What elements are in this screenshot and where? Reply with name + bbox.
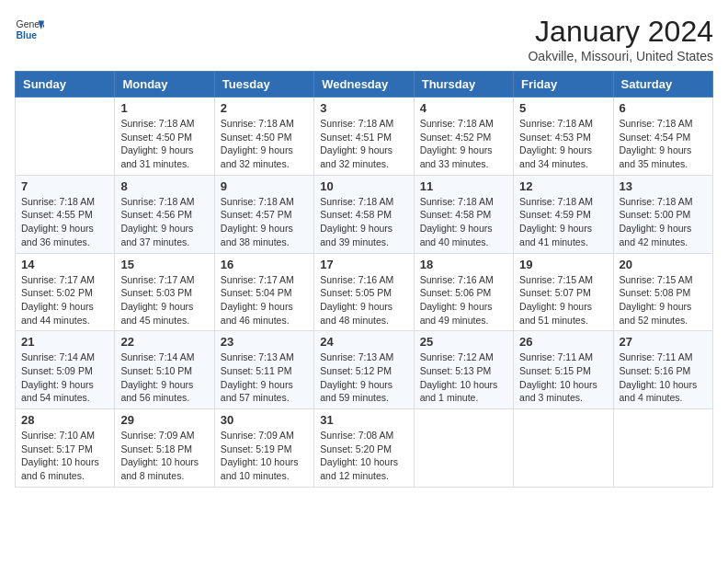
svg-text:Blue: Blue — [17, 30, 38, 40]
calendar-title: January 2024 — [528, 15, 713, 49]
day-number: 6 — [620, 101, 707, 115]
calendar-header-row: Sunday Monday Tuesday Wednesday Thursday… — [16, 72, 713, 98]
day-number: 31 — [320, 413, 407, 427]
week-row-3: 14Sunrise: 7:17 AMSunset: 5:02 PMDayligh… — [16, 253, 713, 331]
calendar-subtitle: Oakville, Missouri, United States — [528, 49, 713, 63]
day-number: 24 — [320, 335, 407, 349]
col-monday: Monday — [115, 72, 214, 98]
day-cell: 19Sunrise: 7:15 AMSunset: 5:07 PMDayligh… — [514, 253, 613, 331]
day-number: 14 — [21, 258, 108, 271]
day-info: Sunrise: 7:18 AMSunset: 4:50 PMDaylight:… — [120, 117, 208, 171]
day-cell: 8Sunrise: 7:18 AMSunset: 4:56 PMDaylight… — [115, 175, 214, 253]
day-number: 16 — [221, 258, 308, 271]
day-info: Sunrise: 7:14 AMSunset: 5:10 PMDaylight:… — [120, 350, 208, 405]
day-cell: 16Sunrise: 7:17 AMSunset: 5:04 PMDayligh… — [214, 253, 313, 331]
day-number: 8 — [120, 179, 208, 193]
day-number: 25 — [420, 335, 507, 349]
week-row-5: 28Sunrise: 7:10 AMSunset: 5:17 PMDayligh… — [16, 409, 713, 488]
day-info: Sunrise: 7:18 AMSunset: 4:59 PMDaylight:… — [519, 195, 607, 249]
day-info: Sunrise: 7:16 AMSunset: 5:06 PMDaylight:… — [420, 273, 507, 327]
col-friday: Friday — [514, 72, 613, 98]
col-tuesday: Tuesday — [214, 72, 313, 98]
day-info: Sunrise: 7:18 AMSunset: 4:58 PMDaylight:… — [420, 195, 507, 249]
day-info: Sunrise: 7:12 AMSunset: 5:13 PMDaylight:… — [420, 350, 507, 405]
day-info: Sunrise: 7:18 AMSunset: 4:58 PMDaylight:… — [320, 195, 407, 249]
day-info: Sunrise: 7:18 AMSunset: 5:00 PMDaylight:… — [620, 195, 707, 249]
day-info: Sunrise: 7:18 AMSunset: 4:53 PMDaylight:… — [519, 117, 607, 171]
day-number: 18 — [420, 258, 507, 271]
week-row-4: 21Sunrise: 7:14 AMSunset: 5:09 PMDayligh… — [16, 331, 713, 409]
day-number: 2 — [221, 101, 308, 115]
day-number: 4 — [420, 101, 507, 115]
day-info: Sunrise: 7:18 AMSunset: 4:56 PMDaylight:… — [120, 195, 208, 249]
day-info: Sunrise: 7:13 AMSunset: 5:12 PMDaylight:… — [320, 350, 407, 405]
day-cell: 1Sunrise: 7:18 AMSunset: 4:50 PMDaylight… — [115, 98, 214, 176]
day-info: Sunrise: 7:11 AMSunset: 5:15 PMDaylight:… — [519, 350, 607, 405]
day-number: 11 — [420, 179, 507, 193]
day-info: Sunrise: 7:14 AMSunset: 5:09 PMDaylight:… — [21, 350, 108, 405]
day-number: 12 — [519, 179, 607, 193]
day-cell: 5Sunrise: 7:18 AMSunset: 4:53 PMDaylight… — [514, 98, 613, 176]
day-cell: 12Sunrise: 7:18 AMSunset: 4:59 PMDayligh… — [514, 175, 613, 253]
day-number: 22 — [120, 335, 208, 349]
day-number: 17 — [320, 258, 407, 271]
day-info: Sunrise: 7:09 AMSunset: 5:19 PMDaylight:… — [221, 429, 308, 483]
col-saturday: Saturday — [613, 72, 712, 98]
day-info: Sunrise: 7:16 AMSunset: 5:05 PMDaylight:… — [320, 273, 407, 327]
day-info: Sunrise: 7:18 AMSunset: 4:51 PMDaylight:… — [320, 117, 407, 171]
day-info: Sunrise: 7:11 AMSunset: 5:16 PMDaylight:… — [620, 350, 707, 405]
day-cell: 22Sunrise: 7:14 AMSunset: 5:10 PMDayligh… — [115, 331, 214, 409]
day-cell — [16, 98, 115, 176]
day-number: 20 — [620, 258, 707, 271]
day-cell — [514, 409, 613, 488]
day-info: Sunrise: 7:09 AMSunset: 5:18 PMDaylight:… — [120, 429, 208, 483]
day-cell: 9Sunrise: 7:18 AMSunset: 4:57 PMDaylight… — [214, 175, 313, 253]
col-sunday: Sunday — [16, 72, 115, 98]
day-cell: 13Sunrise: 7:18 AMSunset: 5:00 PMDayligh… — [613, 175, 712, 253]
day-number: 30 — [221, 413, 308, 427]
day-info: Sunrise: 7:18 AMSunset: 4:54 PMDaylight:… — [620, 117, 707, 171]
day-number: 28 — [21, 413, 108, 427]
day-number: 15 — [120, 258, 208, 271]
day-number: 29 — [120, 413, 208, 427]
day-info: Sunrise: 7:18 AMSunset: 4:52 PMDaylight:… — [420, 117, 507, 171]
day-info: Sunrise: 7:15 AMSunset: 5:07 PMDaylight:… — [519, 273, 607, 327]
day-info: Sunrise: 7:08 AMSunset: 5:20 PMDaylight:… — [320, 429, 407, 483]
day-cell: 17Sunrise: 7:16 AMSunset: 5:05 PMDayligh… — [314, 253, 414, 331]
day-number: 3 — [320, 101, 407, 115]
day-cell: 10Sunrise: 7:18 AMSunset: 4:58 PMDayligh… — [314, 175, 414, 253]
day-cell: 14Sunrise: 7:17 AMSunset: 5:02 PMDayligh… — [16, 253, 115, 331]
day-cell: 20Sunrise: 7:15 AMSunset: 5:08 PMDayligh… — [613, 253, 712, 331]
day-cell — [613, 409, 712, 488]
day-cell: 27Sunrise: 7:11 AMSunset: 5:16 PMDayligh… — [613, 331, 712, 409]
day-cell: 6Sunrise: 7:18 AMSunset: 4:54 PMDaylight… — [613, 98, 712, 176]
day-number: 13 — [620, 179, 707, 193]
logo: General Blue — [15, 15, 44, 44]
day-cell: 24Sunrise: 7:13 AMSunset: 5:12 PMDayligh… — [314, 331, 414, 409]
day-number: 1 — [120, 101, 208, 115]
day-info: Sunrise: 7:17 AMSunset: 5:04 PMDaylight:… — [221, 273, 308, 327]
day-info: Sunrise: 7:17 AMSunset: 5:03 PMDaylight:… — [120, 273, 208, 327]
page-header: General Blue January 2024 Oakville, Miss… — [15, 15, 713, 63]
day-cell: 21Sunrise: 7:14 AMSunset: 5:09 PMDayligh… — [16, 331, 115, 409]
logo-icon: General Blue — [15, 15, 44, 44]
day-number: 27 — [620, 335, 707, 349]
week-row-1: 1Sunrise: 7:18 AMSunset: 4:50 PMDaylight… — [16, 98, 713, 176]
day-cell: 31Sunrise: 7:08 AMSunset: 5:20 PMDayligh… — [314, 409, 414, 488]
day-cell: 7Sunrise: 7:18 AMSunset: 4:55 PMDaylight… — [16, 175, 115, 253]
day-number: 26 — [519, 335, 607, 349]
col-thursday: Thursday — [414, 72, 513, 98]
day-number: 5 — [519, 101, 607, 115]
day-cell — [414, 409, 513, 488]
day-number: 10 — [320, 179, 407, 193]
day-info: Sunrise: 7:18 AMSunset: 4:50 PMDaylight:… — [221, 117, 308, 171]
day-info: Sunrise: 7:17 AMSunset: 5:02 PMDaylight:… — [21, 273, 108, 327]
day-cell: 15Sunrise: 7:17 AMSunset: 5:03 PMDayligh… — [115, 253, 214, 331]
day-info: Sunrise: 7:10 AMSunset: 5:17 PMDaylight:… — [21, 429, 108, 483]
day-cell: 4Sunrise: 7:18 AMSunset: 4:52 PMDaylight… — [414, 98, 513, 176]
day-cell: 29Sunrise: 7:09 AMSunset: 5:18 PMDayligh… — [115, 409, 214, 488]
title-block: January 2024 Oakville, Missouri, United … — [528, 15, 713, 63]
day-cell: 26Sunrise: 7:11 AMSunset: 5:15 PMDayligh… — [514, 331, 613, 409]
day-cell: 2Sunrise: 7:18 AMSunset: 4:50 PMDaylight… — [214, 98, 313, 176]
day-info: Sunrise: 7:15 AMSunset: 5:08 PMDaylight:… — [620, 273, 707, 327]
